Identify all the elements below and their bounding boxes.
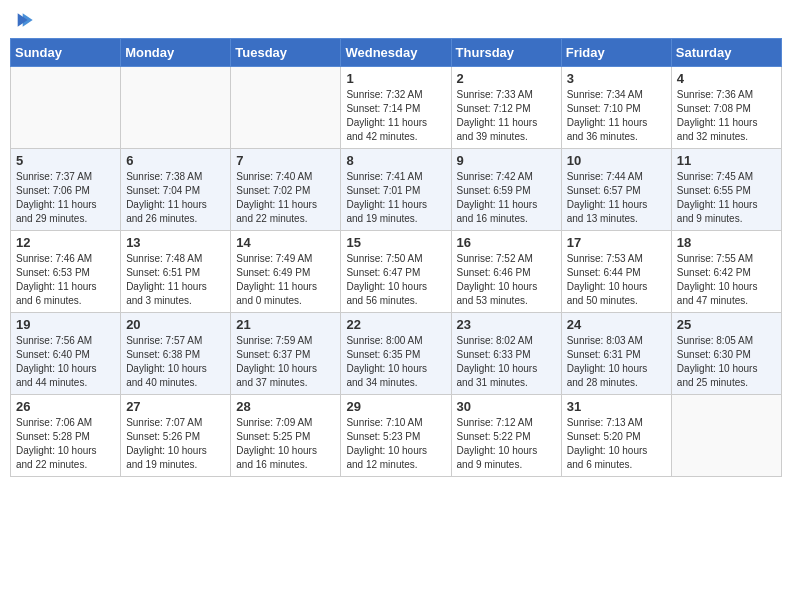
day-info: Sunrise: 8:03 AM Sunset: 6:31 PM Dayligh… [567, 334, 666, 390]
day-number: 21 [236, 317, 335, 332]
calendar-week-row: 1Sunrise: 7:32 AM Sunset: 7:14 PM Daylig… [11, 67, 782, 149]
column-header-tuesday: Tuesday [231, 39, 341, 67]
calendar-day-cell: 9Sunrise: 7:42 AM Sunset: 6:59 PM Daylig… [451, 149, 561, 231]
day-info: Sunrise: 7:41 AM Sunset: 7:01 PM Dayligh… [346, 170, 445, 226]
day-number: 9 [457, 153, 556, 168]
logo [14, 10, 36, 30]
day-number: 18 [677, 235, 776, 250]
calendar-day-cell: 25Sunrise: 8:05 AM Sunset: 6:30 PM Dayli… [671, 313, 781, 395]
column-header-monday: Monday [121, 39, 231, 67]
calendar-day-cell: 5Sunrise: 7:37 AM Sunset: 7:06 PM Daylig… [11, 149, 121, 231]
day-info: Sunrise: 7:44 AM Sunset: 6:57 PM Dayligh… [567, 170, 666, 226]
calendar-week-row: 26Sunrise: 7:06 AM Sunset: 5:28 PM Dayli… [11, 395, 782, 477]
day-info: Sunrise: 8:05 AM Sunset: 6:30 PM Dayligh… [677, 334, 776, 390]
day-number: 4 [677, 71, 776, 86]
calendar-week-row: 19Sunrise: 7:56 AM Sunset: 6:40 PM Dayli… [11, 313, 782, 395]
day-number: 2 [457, 71, 556, 86]
calendar-day-cell: 8Sunrise: 7:41 AM Sunset: 7:01 PM Daylig… [341, 149, 451, 231]
calendar-day-cell [121, 67, 231, 149]
day-info: Sunrise: 7:33 AM Sunset: 7:12 PM Dayligh… [457, 88, 556, 144]
day-info: Sunrise: 7:09 AM Sunset: 5:25 PM Dayligh… [236, 416, 335, 472]
calendar-day-cell: 11Sunrise: 7:45 AM Sunset: 6:55 PM Dayli… [671, 149, 781, 231]
logo-icon [16, 10, 36, 30]
day-number: 7 [236, 153, 335, 168]
day-number: 16 [457, 235, 556, 250]
calendar-day-cell: 15Sunrise: 7:50 AM Sunset: 6:47 PM Dayli… [341, 231, 451, 313]
day-info: Sunrise: 7:32 AM Sunset: 7:14 PM Dayligh… [346, 88, 445, 144]
calendar-day-cell: 23Sunrise: 8:02 AM Sunset: 6:33 PM Dayli… [451, 313, 561, 395]
calendar-day-cell: 29Sunrise: 7:10 AM Sunset: 5:23 PM Dayli… [341, 395, 451, 477]
day-number: 28 [236, 399, 335, 414]
day-number: 5 [16, 153, 115, 168]
page-header [10, 10, 782, 30]
day-info: Sunrise: 7:38 AM Sunset: 7:04 PM Dayligh… [126, 170, 225, 226]
calendar-day-cell: 28Sunrise: 7:09 AM Sunset: 5:25 PM Dayli… [231, 395, 341, 477]
day-info: Sunrise: 7:48 AM Sunset: 6:51 PM Dayligh… [126, 252, 225, 308]
calendar-day-cell: 1Sunrise: 7:32 AM Sunset: 7:14 PM Daylig… [341, 67, 451, 149]
day-info: Sunrise: 7:53 AM Sunset: 6:44 PM Dayligh… [567, 252, 666, 308]
day-number: 12 [16, 235, 115, 250]
column-header-thursday: Thursday [451, 39, 561, 67]
calendar-day-cell: 16Sunrise: 7:52 AM Sunset: 6:46 PM Dayli… [451, 231, 561, 313]
calendar-day-cell: 2Sunrise: 7:33 AM Sunset: 7:12 PM Daylig… [451, 67, 561, 149]
calendar-day-cell: 10Sunrise: 7:44 AM Sunset: 6:57 PM Dayli… [561, 149, 671, 231]
day-number: 29 [346, 399, 445, 414]
day-info: Sunrise: 7:59 AM Sunset: 6:37 PM Dayligh… [236, 334, 335, 390]
day-number: 8 [346, 153, 445, 168]
day-number: 25 [677, 317, 776, 332]
calendar-day-cell: 3Sunrise: 7:34 AM Sunset: 7:10 PM Daylig… [561, 67, 671, 149]
day-number: 19 [16, 317, 115, 332]
day-info: Sunrise: 7:07 AM Sunset: 5:26 PM Dayligh… [126, 416, 225, 472]
calendar-week-row: 12Sunrise: 7:46 AM Sunset: 6:53 PM Dayli… [11, 231, 782, 313]
day-number: 10 [567, 153, 666, 168]
day-number: 31 [567, 399, 666, 414]
day-info: Sunrise: 7:12 AM Sunset: 5:22 PM Dayligh… [457, 416, 556, 472]
day-info: Sunrise: 7:36 AM Sunset: 7:08 PM Dayligh… [677, 88, 776, 144]
calendar-day-cell: 26Sunrise: 7:06 AM Sunset: 5:28 PM Dayli… [11, 395, 121, 477]
day-number: 15 [346, 235, 445, 250]
day-info: Sunrise: 7:10 AM Sunset: 5:23 PM Dayligh… [346, 416, 445, 472]
calendar-header-row: SundayMondayTuesdayWednesdayThursdayFrid… [11, 39, 782, 67]
calendar-day-cell: 7Sunrise: 7:40 AM Sunset: 7:02 PM Daylig… [231, 149, 341, 231]
day-info: Sunrise: 7:57 AM Sunset: 6:38 PM Dayligh… [126, 334, 225, 390]
day-info: Sunrise: 7:34 AM Sunset: 7:10 PM Dayligh… [567, 88, 666, 144]
day-number: 14 [236, 235, 335, 250]
column-header-sunday: Sunday [11, 39, 121, 67]
calendar-day-cell [231, 67, 341, 149]
day-info: Sunrise: 7:49 AM Sunset: 6:49 PM Dayligh… [236, 252, 335, 308]
calendar-day-cell: 17Sunrise: 7:53 AM Sunset: 6:44 PM Dayli… [561, 231, 671, 313]
calendar-day-cell: 6Sunrise: 7:38 AM Sunset: 7:04 PM Daylig… [121, 149, 231, 231]
day-number: 3 [567, 71, 666, 86]
day-info: Sunrise: 7:52 AM Sunset: 6:46 PM Dayligh… [457, 252, 556, 308]
day-number: 17 [567, 235, 666, 250]
column-header-saturday: Saturday [671, 39, 781, 67]
day-info: Sunrise: 7:45 AM Sunset: 6:55 PM Dayligh… [677, 170, 776, 226]
day-info: Sunrise: 7:46 AM Sunset: 6:53 PM Dayligh… [16, 252, 115, 308]
day-info: Sunrise: 8:00 AM Sunset: 6:35 PM Dayligh… [346, 334, 445, 390]
calendar-day-cell: 21Sunrise: 7:59 AM Sunset: 6:37 PM Dayli… [231, 313, 341, 395]
day-number: 20 [126, 317, 225, 332]
calendar-day-cell: 18Sunrise: 7:55 AM Sunset: 6:42 PM Dayli… [671, 231, 781, 313]
calendar-day-cell: 4Sunrise: 7:36 AM Sunset: 7:08 PM Daylig… [671, 67, 781, 149]
calendar-day-cell: 20Sunrise: 7:57 AM Sunset: 6:38 PM Dayli… [121, 313, 231, 395]
day-number: 30 [457, 399, 556, 414]
calendar-day-cell: 19Sunrise: 7:56 AM Sunset: 6:40 PM Dayli… [11, 313, 121, 395]
day-number: 1 [346, 71, 445, 86]
day-info: Sunrise: 7:40 AM Sunset: 7:02 PM Dayligh… [236, 170, 335, 226]
day-number: 6 [126, 153, 225, 168]
calendar-day-cell [11, 67, 121, 149]
day-info: Sunrise: 8:02 AM Sunset: 6:33 PM Dayligh… [457, 334, 556, 390]
calendar-week-row: 5Sunrise: 7:37 AM Sunset: 7:06 PM Daylig… [11, 149, 782, 231]
calendar-day-cell: 13Sunrise: 7:48 AM Sunset: 6:51 PM Dayli… [121, 231, 231, 313]
day-number: 13 [126, 235, 225, 250]
day-info: Sunrise: 7:42 AM Sunset: 6:59 PM Dayligh… [457, 170, 556, 226]
day-info: Sunrise: 7:50 AM Sunset: 6:47 PM Dayligh… [346, 252, 445, 308]
column-header-friday: Friday [561, 39, 671, 67]
calendar-day-cell: 14Sunrise: 7:49 AM Sunset: 6:49 PM Dayli… [231, 231, 341, 313]
calendar-day-cell: 12Sunrise: 7:46 AM Sunset: 6:53 PM Dayli… [11, 231, 121, 313]
day-number: 27 [126, 399, 225, 414]
calendar-day-cell: 22Sunrise: 8:00 AM Sunset: 6:35 PM Dayli… [341, 313, 451, 395]
column-header-wednesday: Wednesday [341, 39, 451, 67]
day-info: Sunrise: 7:37 AM Sunset: 7:06 PM Dayligh… [16, 170, 115, 226]
day-info: Sunrise: 7:13 AM Sunset: 5:20 PM Dayligh… [567, 416, 666, 472]
